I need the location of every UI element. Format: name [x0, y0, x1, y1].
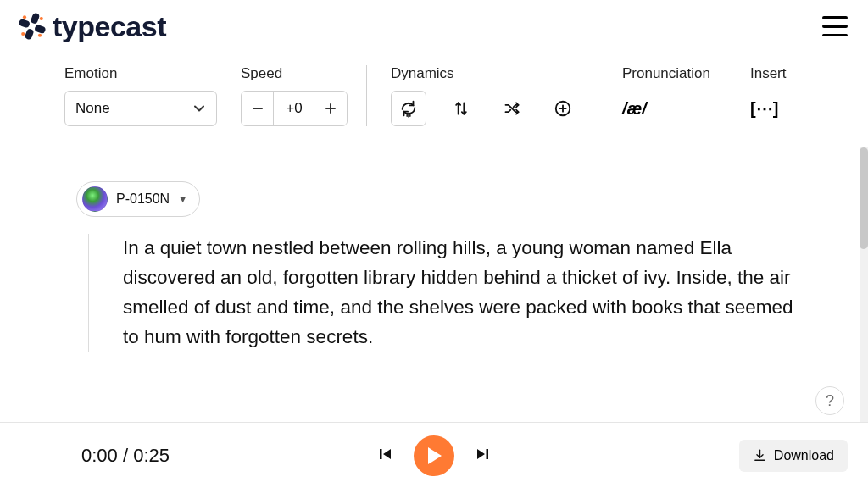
logo-icon: [17, 11, 47, 42]
header: typecast: [0, 0, 868, 53]
paragraph-text[interactable]: In a quiet town nestled between rolling …: [123, 234, 796, 352]
minus-icon: [252, 103, 264, 114]
total-time: 0:25: [133, 445, 170, 466]
download-label: Download: [774, 448, 834, 463]
speed-section: Speed +0: [241, 65, 367, 126]
chevron-down-icon: [192, 102, 206, 115]
previous-button[interactable]: [371, 441, 398, 470]
svg-point-5: [38, 34, 42, 37]
current-time: 0:00: [81, 445, 118, 466]
pitch-icon: [453, 100, 470, 117]
text-block: In a quiet town nestled between rolling …: [88, 234, 796, 352]
svg-rect-1: [34, 24, 47, 34]
insert-label: Insert: [750, 65, 787, 82]
shuffle-button[interactable]: [496, 91, 528, 126]
avatar: [82, 186, 108, 212]
brand-name: typecast: [53, 10, 166, 43]
speed-decrease-button[interactable]: [242, 92, 274, 125]
svg-point-4: [40, 17, 43, 20]
menu-button[interactable]: [822, 16, 848, 36]
svg-rect-3: [18, 19, 31, 29]
voice-selector[interactable]: P-0150N ▼: [76, 181, 200, 217]
emotion-select[interactable]: None: [64, 91, 217, 126]
emotion-value: None: [75, 100, 110, 117]
player-bar: 0:00 / 0:25 Download: [0, 422, 868, 488]
regenerate-button[interactable]: [391, 91, 426, 126]
regenerate-icon: [399, 99, 418, 118]
shuffle-icon: [504, 100, 520, 117]
insert-section: Insert [⋯]: [750, 65, 810, 126]
editor: P-0150N ▼ In a quiet town nestled betwee…: [0, 147, 868, 422]
speed-label: Speed: [241, 65, 348, 82]
toolbar: Emotion None Speed +0 Dynamics: [0, 53, 868, 147]
play-button[interactable]: [414, 435, 454, 476]
download-icon: [753, 448, 767, 463]
emotion-section: Emotion None: [64, 65, 241, 126]
pronunciation-label: Pronunciation: [622, 65, 710, 82]
insert-button[interactable]: [⋯]: [750, 91, 778, 126]
insert-icon: [⋯]: [750, 98, 778, 119]
speed-value: +0: [274, 92, 314, 125]
skip-next-icon: [473, 444, 493, 464]
pronunciation-button[interactable]: /æ/: [622, 91, 647, 126]
pitch-button[interactable]: [445, 91, 477, 126]
caret-down-icon: ▼: [178, 194, 187, 204]
logo[interactable]: typecast: [17, 10, 166, 43]
time-display: 0:00 / 0:25: [81, 445, 170, 467]
svg-rect-0: [30, 12, 40, 25]
transport-controls: [371, 435, 497, 476]
skip-previous-icon: [375, 444, 395, 464]
scrollbar-thumb[interactable]: [860, 147, 868, 249]
play-icon: [426, 446, 442, 465]
help-icon: ?: [826, 392, 834, 410]
scrollbar-track[interactable]: [860, 147, 868, 422]
plus-icon: [325, 103, 337, 114]
dynamics-section: Dynamics: [391, 65, 598, 126]
voice-name: P-0150N: [116, 191, 170, 207]
help-button[interactable]: ?: [815, 386, 844, 415]
next-button[interactable]: [470, 441, 497, 470]
svg-rect-2: [25, 28, 35, 41]
speed-increase-button[interactable]: [314, 92, 347, 125]
plus-circle-icon: [554, 99, 572, 118]
add-dynamic-button[interactable]: [547, 91, 579, 126]
phonetic-icon: /æ/: [622, 99, 647, 119]
pronunciation-section: Pronunciation /æ/: [622, 65, 726, 126]
svg-point-7: [23, 15, 26, 19]
dynamics-label: Dynamics: [391, 65, 579, 82]
svg-point-6: [21, 32, 25, 36]
speed-stepper: +0: [241, 91, 348, 126]
download-button[interactable]: Download: [739, 440, 848, 472]
emotion-label: Emotion: [64, 65, 217, 82]
